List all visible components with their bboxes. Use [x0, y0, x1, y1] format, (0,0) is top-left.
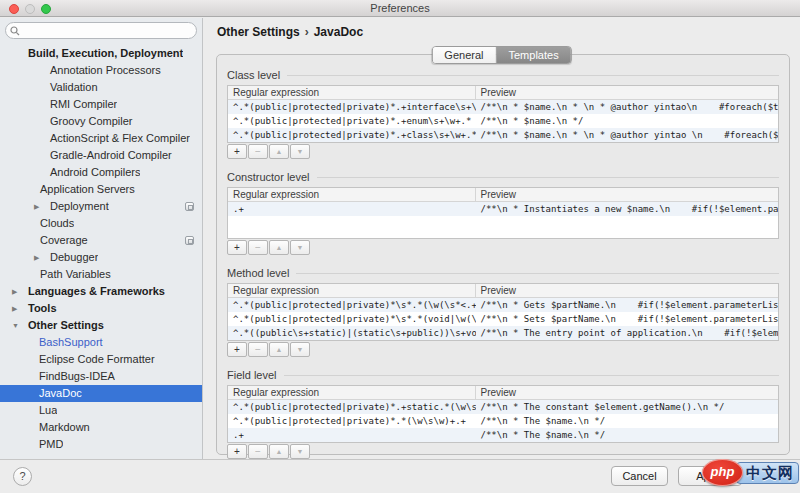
remove-row-button[interactable]: − [248, 444, 268, 459]
sidebar-item-annotation-processors[interactable]: Annotation Processors [0, 62, 202, 79]
add-row-button[interactable]: + [227, 342, 247, 357]
table-row[interactable]: ^.*(public|protected|private)*.+class\s+… [228, 128, 778, 142]
table-row[interactable]: .+/**\n * The $name.\n */ [228, 428, 778, 442]
chevron-right-icon[interactable]: ▶ [12, 300, 17, 317]
regex-cell[interactable]: ^.*((public\s+static)|(static\s+public))… [228, 326, 476, 340]
sidebar-item-path-variables[interactable]: Path Variables [0, 266, 202, 283]
table-row[interactable]: ^.*(public|protected|private)*.*(\w\s\w)… [228, 414, 778, 428]
preview-cell[interactable]: /**\n * The entry point of application.\… [476, 326, 779, 340]
regex-cell[interactable]: ^.*(public|protected|private)*.+static.*… [228, 400, 476, 414]
chevron-down-icon[interactable]: ▼ [12, 317, 19, 334]
sidebar-item-label: Tools [0, 300, 57, 317]
regex-cell[interactable]: ^.*(public|protected|private)*.+enum\s+\… [228, 114, 476, 128]
add-row-button[interactable]: + [227, 240, 247, 255]
regex-cell[interactable]: ^.*(public|protected|private)*.*(\w\s\w)… [228, 414, 476, 428]
chevron-right-icon[interactable]: ▶ [34, 198, 39, 215]
sidebar-item-lua[interactable]: Lua [0, 402, 202, 419]
search-box[interactable] [5, 22, 197, 39]
sidebar-item-markdown[interactable]: Markdown [0, 419, 202, 436]
sidebar-item-build-execution-deployment[interactable]: Build, Execution, Deployment [0, 45, 202, 62]
move-up-button[interactable]: ▲ [269, 240, 289, 255]
sidebar-item-debugger[interactable]: ▶Debugger [0, 249, 202, 266]
move-down-button[interactable]: ▼ [290, 444, 310, 459]
sidebar-item-label: Build, Execution, Deployment [0, 45, 183, 62]
table-row[interactable]: ^.*(public|protected|private)*\s*.*(\w(\… [228, 298, 778, 312]
regex-cell[interactable]: ^.*(public|protected|private)*.+class\s+… [228, 128, 476, 142]
regex-cell[interactable]: .+ [228, 428, 476, 442]
sidebar-item-findbugs-idea[interactable]: FindBugs-IDEA [0, 368, 202, 385]
breadcrumb-separator: › [305, 25, 309, 39]
chevron-right-icon[interactable]: ▶ [34, 249, 39, 266]
move-down-button[interactable]: ▼ [290, 240, 310, 255]
column-header-regex: Regular expression [228, 386, 476, 399]
regex-cell[interactable]: .+ [228, 202, 476, 216]
sidebar-item-validation[interactable]: Validation [0, 79, 202, 96]
templates-table: Regular expressionPreview^.*(public|prot… [227, 85, 779, 143]
preview-cell[interactable]: /**\n * Sets $partName.\n #if(!$element.… [476, 312, 779, 326]
traffic-lights [9, 4, 51, 14]
sidebar-item-android-compilers[interactable]: Android Compilers [0, 164, 202, 181]
search-input[interactable] [20, 25, 192, 37]
sidebar-item-eclipse-code-formatter[interactable]: Eclipse Code Formatter [0, 351, 202, 368]
title-bar[interactable]: Preferences [0, 0, 800, 17]
regex-cell[interactable]: ^.*(public|protected|private)*\s*.*(void… [228, 312, 476, 326]
template-sections: Class levelRegular expressionPreview^.*(… [227, 69, 779, 459]
sidebar-item-gradle-android-compiler[interactable]: Gradle-Android Compiler [0, 147, 202, 164]
close-button[interactable] [9, 4, 19, 14]
add-row-button[interactable]: + [227, 444, 247, 459]
sidebar-item-deployment[interactable]: ▶Deployment [0, 198, 202, 215]
preview-cell[interactable]: /**\n * Gets $partName.\n #if(!$element.… [476, 298, 779, 312]
table-row[interactable]: ^.*(public|protected|private)*\s*.*(void… [228, 312, 778, 326]
remove-row-button[interactable]: − [248, 144, 268, 159]
preview-cell[interactable]: /**\n * $name.\n * \n * @author yintao\n… [476, 100, 779, 114]
table-row[interactable]: .+/**\n * Instantiates a new $name.\n #i… [228, 202, 778, 216]
sidebar-item-javadoc[interactable]: JavaDoc [0, 385, 202, 402]
regex-cell[interactable]: ^.*(public|protected|private)*\s*.*(\w(\… [228, 298, 476, 312]
section-title: Field level [227, 369, 779, 381]
chevron-right-icon[interactable]: ▶ [12, 283, 17, 300]
move-down-button[interactable]: ▼ [290, 342, 310, 357]
move-up-button[interactable]: ▲ [269, 342, 289, 357]
preview-cell[interactable]: /**\n * The $name.\n */ [476, 428, 779, 442]
preview-cell[interactable]: /**\n * The constant $element.getName().… [476, 400, 779, 414]
move-up-button[interactable]: ▲ [269, 444, 289, 459]
sidebar-item-application-servers[interactable]: Application Servers [0, 181, 202, 198]
preview-cell[interactable]: /**\n * Instantiates a new $name.\n #if(… [476, 202, 779, 216]
cancel-button[interactable]: Cancel [611, 466, 668, 486]
add-row-button[interactable]: + [227, 144, 247, 159]
table-row[interactable]: ^.*(public|protected|private)*.+interfac… [228, 100, 778, 114]
section-title: Constructor level [227, 171, 779, 183]
tab-bar: GeneralTemplates [431, 46, 571, 64]
table-header: Regular expressionPreview [228, 86, 778, 100]
section-method-level: Method levelRegular expressionPreview^.*… [227, 267, 779, 357]
minimize-button [25, 4, 35, 14]
sidebar-item-pmd[interactable]: PMD [0, 436, 202, 453]
tab-templates[interactable]: Templates [496, 47, 571, 63]
sidebar-item-tools[interactable]: ▶Tools [0, 300, 202, 317]
sidebar-item-groovy-compiler[interactable]: Groovy Compiler [0, 113, 202, 130]
remove-row-button[interactable]: − [248, 240, 268, 255]
sidebar-item-coverage[interactable]: Coverage [0, 232, 202, 249]
sidebar-item-other-settings[interactable]: ▼Other Settings [0, 317, 202, 334]
sidebar-item-actionscript-flex-compiler[interactable]: ActionScript & Flex Compiler [0, 130, 202, 147]
breadcrumb-item-javadoc: JavaDoc [314, 25, 363, 39]
remove-row-button[interactable]: − [248, 342, 268, 357]
preview-cell[interactable]: /**\n * $name.\n * \n * @author yintao \… [476, 128, 779, 142]
sidebar-item-bashsupport[interactable]: BashSupport [0, 334, 202, 351]
regex-cell[interactable]: ^.*(public|protected|private)*.+interfac… [228, 100, 476, 114]
preview-cell[interactable]: /**\n * The $name.\n */ [476, 414, 779, 428]
table-row[interactable]: ^.*((public\s+static)|(static\s+public))… [228, 326, 778, 340]
tab-general[interactable]: General [432, 47, 495, 63]
zoom-button[interactable] [41, 4, 51, 14]
sidebar-item-rmi-compiler[interactable]: RMI Compiler [0, 96, 202, 113]
settings-sidebar: Build, Execution, DeploymentAnnotation P… [0, 18, 203, 459]
table-row[interactable]: ^.*(public|protected|private)*.+enum\s+\… [228, 114, 778, 128]
table-row[interactable]: ^.*(public|protected|private)*.+static.*… [228, 400, 778, 414]
help-button[interactable]: ? [13, 467, 32, 486]
move-down-button[interactable]: ▼ [290, 144, 310, 159]
sidebar-item-label: JavaDoc [0, 385, 82, 402]
preview-cell[interactable]: /**\n * $name.\n */ [476, 114, 779, 128]
move-up-button[interactable]: ▲ [269, 144, 289, 159]
sidebar-item-languages-frameworks[interactable]: ▶Languages & Frameworks [0, 283, 202, 300]
sidebar-item-clouds[interactable]: Clouds [0, 215, 202, 232]
